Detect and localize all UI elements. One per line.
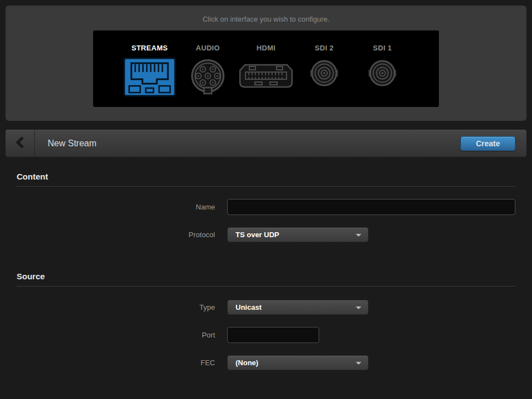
device-rear-strip: STREAMS AUDIO [93, 30, 439, 107]
stream-form: Content Name Protocol TS over UDP Source… [0, 172, 532, 370]
interface-sdi2[interactable]: SDI 2 [295, 30, 354, 107]
caret-down-icon [356, 234, 361, 237]
caret-down-icon [356, 362, 361, 365]
port-row: Port [17, 327, 515, 343]
protocol-select-value: TS over UDP [236, 231, 279, 239]
protocol-label: Protocol [17, 231, 227, 239]
fec-row: FEC (None) [17, 355, 515, 370]
back-button[interactable] [6, 130, 35, 157]
audio-label: AUDIO [196, 44, 219, 52]
ethernet-rj45-icon [123, 52, 176, 102]
fec-label: FEC [17, 359, 227, 367]
chevron-left-icon [16, 136, 24, 151]
stream-toolbar: New Stream Create [6, 130, 526, 157]
port-input[interactable] [227, 327, 319, 343]
content-section-title: Content [17, 172, 515, 187]
caret-down-icon [356, 306, 361, 309]
type-row: Type Unicast [17, 300, 515, 315]
fec-select-value: (None) [236, 359, 258, 367]
sdi2-label: SDI 2 [315, 44, 334, 52]
type-select-value: Unicast [236, 303, 262, 311]
type-label: Type [17, 303, 227, 311]
name-label: Name [17, 203, 227, 211]
streams-label: STREAMS [131, 44, 168, 52]
fec-select[interactable]: (None) [227, 355, 369, 370]
interface-hdmi[interactable]: HDMI [237, 30, 295, 107]
hdmi-label: HDMI [257, 44, 275, 52]
interface-streams[interactable]: STREAMS [121, 30, 179, 107]
interface-sdi1[interactable]: SDI 1 [354, 30, 412, 107]
page-title: New Stream [35, 139, 461, 149]
protocol-row: Protocol TS over UDP [17, 227, 515, 242]
configure-hint: Click on interface you wish to configure… [6, 6, 526, 23]
bnc-connector-icon [369, 52, 396, 102]
hdmi-connector-icon [238, 52, 294, 102]
port-label: Port [17, 331, 227, 339]
type-select[interactable]: Unicast [227, 300, 369, 315]
protocol-select[interactable]: TS over UDP [227, 227, 369, 242]
sdi1-label: SDI 1 [373, 44, 392, 52]
name-row: Name [17, 199, 515, 215]
interface-panel: Click on interface you wish to configure… [6, 6, 526, 121]
din-audio-connector-icon [190, 52, 226, 102]
name-input[interactable] [227, 199, 515, 215]
interface-audio[interactable]: AUDIO [179, 30, 237, 107]
source-section-title: Source [17, 272, 515, 287]
bnc-connector-icon [310, 52, 338, 102]
create-button[interactable]: Create [461, 136, 515, 151]
